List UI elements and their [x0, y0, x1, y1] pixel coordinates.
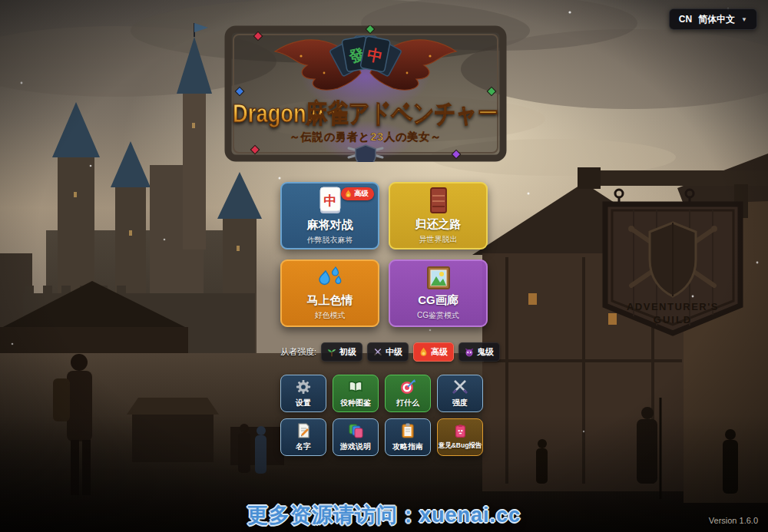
game-subtitle: ～伝説の勇者と23人の美女～ [290, 131, 442, 143]
version-label: Version 1.6.0 [709, 516, 758, 525]
language-selector-button[interactable]: CN 简体中文 ▼ [669, 8, 757, 30]
crossed-swords-icon [452, 378, 468, 395]
open-book-icon [347, 378, 364, 395]
door-icon [429, 187, 448, 213]
sweat-drops-icon [318, 266, 343, 289]
difficulty-row: 从者强度: 初级 中级 [280, 342, 488, 362]
difficulty-badge: 高级 [341, 187, 374, 200]
language-name: 简体中文 [698, 13, 735, 26]
menu-panel: 高级 中 麻将对战 作弊脱衣麻将 归还之路 异世界脱出 [280, 182, 488, 456]
strength-button[interactable]: 强度 [437, 375, 483, 412]
cg-gallery-button[interactable]: CG画廊 CG鉴赏模式 [389, 259, 488, 327]
seedling-icon [327, 348, 336, 357]
crossed-swords-icon [373, 348, 382, 357]
name-button[interactable]: 名字 [280, 418, 326, 456]
difficulty-option-advanced[interactable]: 高级 [413, 342, 454, 362]
mode-title: 马上色情 [307, 293, 353, 308]
watermark-text: 更多资源请访问：xuenai.cc [0, 501, 768, 529]
return-road-button[interactable]: 归还之路 异世界脱出 [389, 182, 488, 249]
mode-subtitle: 异世界脱出 [419, 234, 458, 245]
strategy-guide-button[interactable]: 攻略指南 [385, 418, 431, 456]
mode-subtitle: CG鉴赏模式 [417, 310, 459, 321]
main-mode-grid: 高级 中 麻将对战 作弊脱衣麻将 归还之路 异世界脱出 [280, 182, 488, 327]
game-logo: 發 中 Dragon麻雀アドベンチャー ～伝説の勇者と23人の美女～ [224, 25, 507, 162]
picture-icon [427, 266, 450, 289]
clipboard-icon [399, 422, 416, 439]
mode-subtitle: 作弊脱衣麻将 [307, 235, 353, 246]
language-code: CN [679, 14, 692, 25]
flame-icon [419, 347, 428, 357]
svg-text:中: 中 [323, 193, 336, 208]
mahjong-tile-icon: 中 [319, 187, 341, 214]
mahjong-battle-button[interactable]: 高级 中 麻将对战 作弊脱衣麻将 [280, 182, 379, 249]
ogre-icon [465, 348, 474, 357]
memo-pencil-icon [295, 422, 312, 439]
mode-title: 麻将对战 [307, 218, 353, 233]
layered-cards-icon [347, 422, 364, 439]
game-main-menu-screen: ADVENTURER'S GUILD [0, 0, 768, 532]
mode-title: 归还之路 [415, 217, 462, 232]
chevron-down-icon: ▼ [741, 16, 747, 23]
difficulty-label: 从者强度: [280, 346, 316, 358]
mode-subtitle: 好色模式 [315, 310, 346, 321]
ero-mode-button[interactable]: 马上色情 好色模式 [280, 259, 379, 327]
yaku-guide-button[interactable]: 役种图鉴 [333, 375, 379, 412]
what-to-discard-button[interactable]: 打什么 [385, 375, 431, 412]
red-dragon-tile-glyph: 中 [366, 46, 384, 65]
mode-title: CG画廊 [418, 293, 458, 308]
difficulty-option-demon[interactable]: 鬼级 [458, 342, 500, 362]
difficulty-option-intermediate[interactable]: 中级 [367, 342, 409, 362]
utility-grid: 设置 役种图鉴 打什么 [280, 375, 488, 456]
game-title: Dragon麻雀アドベンチャー [233, 98, 498, 127]
target-icon [399, 378, 416, 395]
feedback-book-icon [452, 424, 468, 439]
game-manual-button[interactable]: 游戏说明 [333, 418, 379, 456]
difficulty-option-beginner[interactable]: 初级 [321, 342, 362, 362]
gear-icon [295, 378, 312, 395]
settings-button[interactable]: 设置 [280, 375, 326, 412]
flame-icon [345, 190, 352, 198]
feedback-bug-report-button[interactable]: 意见&Bug报告 [437, 418, 483, 456]
